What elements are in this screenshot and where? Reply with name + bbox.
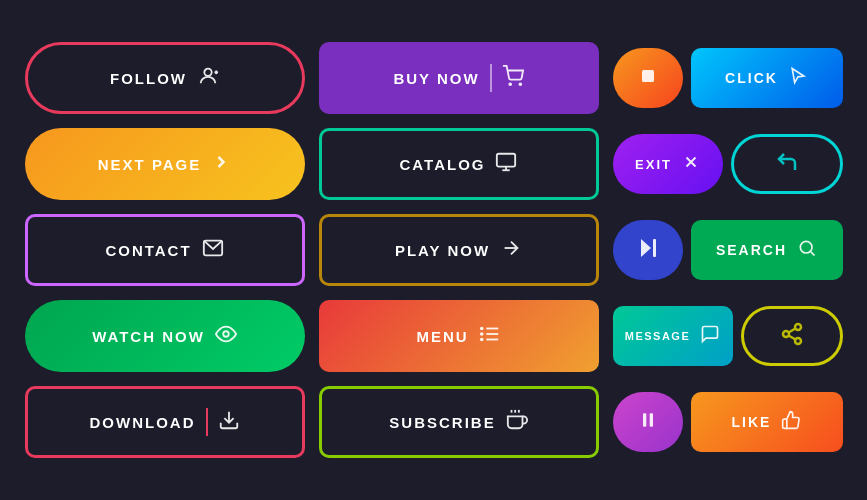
eye-icon: [215, 323, 237, 350]
download-button[interactable]: DOWNLOAD: [25, 386, 305, 458]
row2-col3: EXIT: [613, 128, 843, 200]
menu-button[interactable]: MENU: [319, 300, 599, 372]
svg-point-0: [204, 68, 211, 75]
follow-label: FOLLOW: [110, 70, 187, 87]
menu-icon: [479, 323, 501, 350]
svg-rect-6: [497, 153, 515, 166]
message-label: MESSAGE: [625, 330, 691, 342]
click-button[interactable]: CLICK: [691, 48, 843, 108]
svg-point-15: [800, 241, 812, 253]
subscribe-button[interactable]: SUBSCRIBE: [319, 386, 599, 458]
divider2: [206, 408, 208, 436]
back-button[interactable]: [731, 134, 843, 194]
svg-marker-13: [641, 239, 651, 257]
next-page-label: NEXT PAGE: [98, 156, 202, 173]
pause-button[interactable]: [613, 392, 683, 452]
pause-icon: [638, 410, 658, 435]
play-now-label: PLAY NOW: [395, 242, 490, 259]
svg-rect-33: [643, 413, 646, 426]
button-grid: FOLLOW BUY NOW CLICK NEXT PAGE: [5, 22, 863, 478]
play-now-button[interactable]: PLAY NOW: [319, 214, 599, 286]
watch-now-button[interactable]: WATCH NOW: [25, 300, 305, 372]
click-label: CLICK: [725, 70, 778, 86]
monitor-icon: [495, 151, 517, 178]
search-button[interactable]: SEARCH: [691, 220, 843, 280]
row4-col3: MESSAGE: [613, 300, 843, 372]
download-icon: [218, 409, 240, 436]
svg-rect-34: [649, 413, 652, 426]
svg-point-3: [509, 83, 511, 85]
play-icon-button[interactable]: [613, 220, 683, 280]
subscribe-label: SUBSCRIBE: [389, 414, 495, 431]
share-button[interactable]: [741, 306, 843, 366]
skip-forward-icon: [636, 236, 660, 265]
buy-now-button[interactable]: BUY NOW: [319, 42, 599, 114]
cart-icon: [502, 65, 524, 92]
svg-point-26: [795, 338, 801, 344]
follow-button[interactable]: FOLLOW: [25, 42, 305, 114]
download-label: DOWNLOAD: [90, 414, 196, 431]
catalog-label: CATALOG: [400, 156, 486, 173]
svg-point-4: [519, 83, 521, 85]
catalog-button[interactable]: CATALOG: [319, 128, 599, 200]
svg-point-23: [480, 338, 482, 340]
stop-button[interactable]: [613, 48, 683, 108]
exit-label: EXIT: [635, 157, 672, 172]
mail-icon: [202, 237, 224, 264]
row1-col3: CLICK: [613, 42, 843, 114]
message-icon: [700, 324, 720, 349]
undo-icon: [775, 150, 799, 179]
x-icon: [682, 153, 700, 176]
buy-now-label: BUY NOW: [393, 70, 479, 87]
menu-label: MENU: [416, 328, 468, 345]
message-button[interactable]: MESSAGE: [613, 306, 733, 366]
svg-point-25: [783, 331, 789, 337]
row5-col3: LIKE: [613, 386, 843, 458]
svg-line-27: [788, 335, 795, 339]
like-button[interactable]: LIKE: [691, 392, 843, 452]
contact-button[interactable]: CONTACT: [25, 214, 305, 286]
hand-icon: [506, 409, 528, 436]
search-label: SEARCH: [716, 242, 787, 258]
contact-label: CONTACT: [105, 242, 191, 259]
exit-button[interactable]: EXIT: [613, 134, 723, 194]
chevron-right-icon: [211, 152, 231, 177]
svg-rect-14: [653, 239, 656, 257]
thumbs-up-icon: [781, 410, 801, 435]
row3-col3: SEARCH: [613, 214, 843, 286]
follow-icon: [197, 65, 219, 92]
divider: [490, 64, 492, 92]
cursor-icon: [788, 66, 808, 91]
svg-point-17: [223, 331, 229, 337]
next-page-button[interactable]: NEXT PAGE: [25, 128, 305, 200]
svg-line-16: [811, 251, 815, 255]
like-label: LIKE: [732, 414, 772, 430]
watch-now-label: WATCH NOW: [92, 328, 205, 345]
svg-point-24: [795, 324, 801, 330]
svg-point-22: [480, 333, 482, 335]
share-icon: [780, 322, 804, 351]
svg-line-28: [788, 328, 795, 332]
svg-point-21: [480, 327, 482, 329]
search-icon: [797, 238, 817, 263]
svg-rect-5: [642, 70, 654, 82]
stop-icon: [639, 67, 657, 90]
arrow-right-icon: [500, 237, 522, 264]
